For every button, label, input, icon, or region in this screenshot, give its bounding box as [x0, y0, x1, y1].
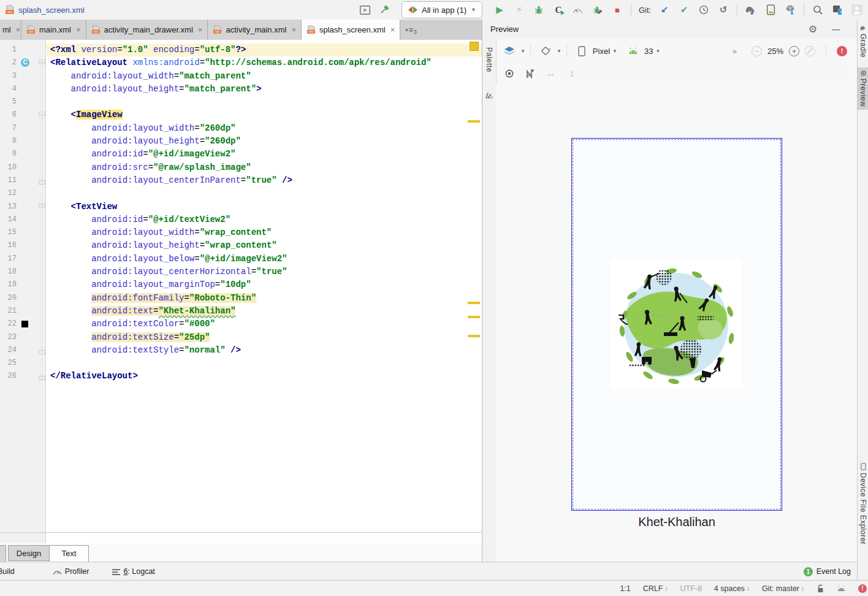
horizontal-resize-icon[interactable]: ↔ [545, 67, 557, 80]
view-options-eye-icon[interactable] [503, 67, 516, 80]
zoom-in-button[interactable]: + [789, 46, 799, 56]
close-icon[interactable]: × [390, 25, 395, 34]
code-line[interactable]: <RelativeLayout xmlns:android="http://sc… [47, 56, 482, 69]
code-line[interactable]: android:layout_width="wrap_content" [47, 226, 482, 239]
editor-tab[interactable]: <>main.xml× [21, 20, 86, 40]
git-commit-icon[interactable]: ✔ [678, 4, 690, 16]
device-screen[interactable]: Khet-Khalihan [571, 138, 782, 511]
editor-tab[interactable]: <>splash_screen.xml× [302, 20, 400, 40]
warning-stripe-mark[interactable] [468, 120, 480, 123]
git-branch-select[interactable]: Git: master↕ [762, 584, 804, 593]
code-line[interactable] [47, 96, 482, 109]
gradle-sync-icon[interactable] [745, 4, 757, 16]
device-file-explorer-tool-button[interactable]: Device File Explorer [858, 460, 868, 548]
hidden-tabs-dropdown[interactable]: ▾ ≡ 3 [400, 20, 422, 40]
line-ending-select[interactable]: CRLF↕ [643, 584, 668, 593]
tab-text[interactable]: Text [49, 545, 89, 562]
warning-stripe-mark[interactable] [468, 316, 480, 318]
event-log-button[interactable]: 1 Event Log [804, 567, 851, 576]
close-icon[interactable]: × [16, 25, 21, 34]
close-icon[interactable]: × [198, 25, 203, 34]
code-line[interactable]: android:textStyle="normal" /> [47, 344, 482, 357]
design-surface-icon[interactable] [503, 44, 516, 58]
tab-design[interactable]: Design [8, 545, 50, 561]
logcat-tool-button[interactable]: 6: Logcat [112, 567, 154, 576]
git-update-icon[interactable]: ↙ [658, 4, 671, 16]
close-icon[interactable]: × [76, 25, 81, 34]
gradle-tool-button[interactable]: Gradle [858, 22, 868, 61]
indent-select[interactable]: 4 spaces↕ [714, 584, 750, 593]
editor-tab[interactable]: <>activity_main_drawer.xml× [86, 20, 208, 40]
profile-app-icon[interactable]: C [552, 4, 565, 16]
code-line[interactable]: android:src="@raw/splash_image" [47, 161, 482, 174]
gear-icon[interactable]: ⚙ [809, 23, 817, 35]
code-line[interactable] [47, 187, 482, 200]
zoom-to-fit-button[interactable] [805, 46, 815, 56]
build-tool-button[interactable]: Build [0, 567, 15, 576]
sdk-manager-icon[interactable] [784, 4, 796, 16]
error-indicator[interactable]: ! [858, 584, 867, 593]
api-level-select-label[interactable]: 33 [644, 47, 653, 56]
apply-changes-icon[interactable]: ⚡ [513, 4, 525, 16]
emulator-robot-icon[interactable] [837, 584, 846, 592]
code-line[interactable]: android:layout_marginTop="10dp" [47, 278, 482, 291]
project-structure-icon[interactable] [831, 4, 843, 16]
fold-marker[interactable]: − [39, 204, 45, 211]
zoom-out-button[interactable]: − [752, 46, 762, 56]
toggle-issue-panel-icon[interactable] [524, 67, 536, 80]
preview-tool-button[interactable]: Preview [858, 67, 868, 110]
code-line[interactable]: android:textColor="#000" [47, 318, 482, 330]
code-line[interactable]: </RelativeLayout> [47, 370, 482, 383]
git-history-icon[interactable] [698, 4, 710, 16]
warning-stripe-mark[interactable] [468, 335, 480, 337]
warning-stripe-mark[interactable] [468, 302, 480, 304]
code-line[interactable]: <TextView [47, 201, 482, 213]
code-line[interactable]: <ImageView [47, 109, 482, 121]
fold-marker[interactable]: − [39, 112, 45, 119]
close-icon[interactable]: × [291, 25, 296, 34]
fold-marker[interactable]: − [39, 347, 45, 354]
readonly-lock-icon[interactable] [817, 584, 824, 593]
run-button[interactable]: ▶ [493, 4, 506, 16]
minimize-icon[interactable]: — [832, 25, 840, 34]
code-line[interactable]: android:layout_height="260dp" [47, 135, 482, 148]
code-line[interactable]: android:text="Khet-Khalihan" [47, 305, 482, 318]
fold-marker[interactable]: − [39, 373, 45, 380]
profiler-tool-button[interactable]: Profiler [53, 567, 89, 576]
file-encoding[interactable]: UTF-8 [680, 584, 701, 593]
attach-debugger-icon[interactable] [592, 4, 604, 16]
code-line[interactable]: android:layout_width="260dp" [47, 122, 482, 135]
render-errors-badge[interactable]: ! [837, 46, 847, 56]
code-line[interactable]: android:layout_centerHorizontal="true" [47, 266, 482, 278]
orientation-icon[interactable] [539, 44, 552, 58]
palette-tool-button[interactable]: Palette [485, 47, 493, 72]
device-manager-icon[interactable] [764, 4, 777, 16]
code-line[interactable]: android:layout_centerInParent="true" /> [47, 174, 482, 187]
search-everywhere-icon[interactable] [812, 4, 824, 16]
run-configuration-select[interactable]: All in app (1) ▼ [402, 1, 482, 18]
editor-tab[interactable]: <>activity_main.xml× [208, 20, 302, 40]
profiler-gauge-icon[interactable] [572, 4, 584, 16]
code-line[interactable]: android:id="@+id/imageView2" [47, 148, 482, 161]
stop-button[interactable]: ■ [611, 4, 623, 16]
code-line[interactable]: android:textSize="25dp" [47, 331, 482, 344]
device-select-label[interactable]: Pixel [593, 47, 610, 56]
debug-icon[interactable] [533, 4, 545, 16]
color-swatch[interactable] [21, 321, 28, 327]
build-hammer-icon[interactable] [378, 4, 390, 16]
overflow-chevrons-icon[interactable]: » [733, 47, 736, 56]
editor-tab[interactable]: ml× [0, 20, 21, 40]
code-line[interactable] [47, 357, 482, 370]
code-line[interactable]: android:layout_height="wrap_content" [47, 239, 482, 252]
fold-marker[interactable]: − [39, 177, 45, 185]
code-line[interactable]: <?xml version="1.0" encoding="utf-8"?> [47, 44, 482, 56]
run-tool-window-icon[interactable] [359, 4, 371, 16]
vertical-resize-icon[interactable]: ↕ [566, 67, 578, 80]
code-line[interactable]: android:fontFamily="Roboto-Thin" [47, 292, 482, 305]
code-line[interactable]: android:layout_height="match_parent"> [47, 83, 482, 96]
code-area[interactable]: <?xml version="1.0" encoding="utf-8"?><R… [47, 40, 482, 547]
fold-marker[interactable]: − [39, 59, 45, 67]
code-line[interactable]: android:id="@+id/textView2" [47, 213, 482, 226]
inspection-status-square[interactable] [470, 42, 479, 51]
avatar[interactable] [851, 4, 863, 16]
